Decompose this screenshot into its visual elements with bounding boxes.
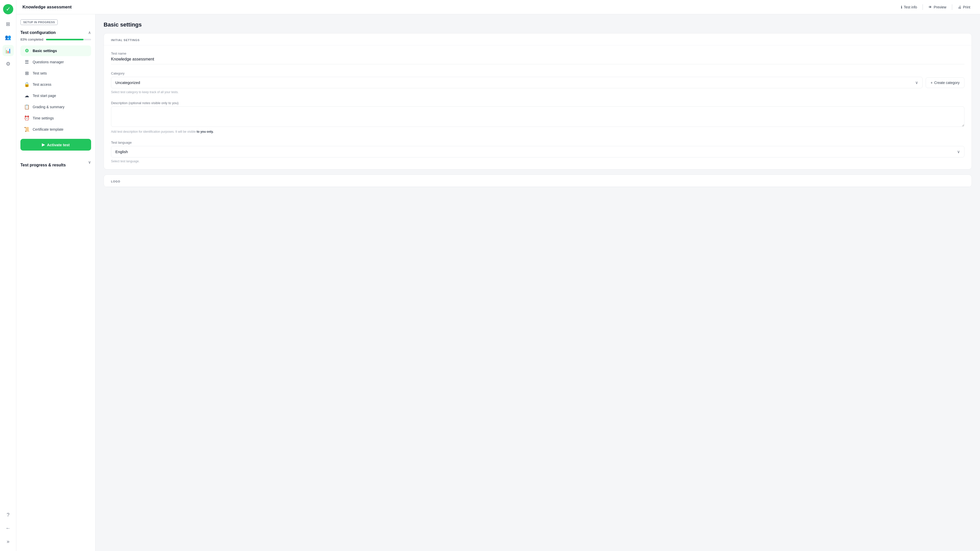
progress-bar-fill bbox=[46, 39, 83, 40]
category-value: Uncategorized bbox=[115, 80, 140, 85]
sidebar-item-certificate-template[interactable]: 📜 Certificate template bbox=[21, 124, 91, 135]
preview-button[interactable]: 👁 Preview bbox=[925, 3, 950, 11]
grid-nav-item[interactable]: ⊞ bbox=[3, 18, 14, 30]
language-group: Test language English ∨ Select test lang… bbox=[111, 141, 964, 163]
logo-card: LOGO bbox=[103, 175, 972, 187]
category-label: Category bbox=[111, 72, 964, 75]
language-hint: Select test language. bbox=[111, 159, 964, 163]
settings-body: Test name Knowledge assessment Category … bbox=[104, 45, 972, 169]
test-sets-icon: ⊞ bbox=[24, 70, 30, 76]
test-name-group: Test name Knowledge assessment bbox=[111, 51, 964, 64]
grading-summary-icon: 📋 bbox=[24, 104, 30, 110]
language-dropdown[interactable]: English ∨ bbox=[111, 146, 964, 158]
preview-icon: 👁 bbox=[928, 5, 932, 9]
sidebar: SETUP IN PROGRESS Test configuration ∧ 8… bbox=[16, 14, 95, 551]
app-logo[interactable]: ✓ bbox=[3, 4, 13, 14]
analytics-nav-item[interactable]: 📊 bbox=[3, 45, 14, 56]
test-info-button[interactable]: ℹ Test info bbox=[897, 3, 921, 11]
category-chevron-icon: ∨ bbox=[915, 80, 918, 85]
basic-settings-icon: ⚙ bbox=[24, 48, 30, 54]
config-section-header: Test configuration ∧ bbox=[21, 30, 91, 35]
top-header: Knowledge assessment ℹ Test info 👁 Previ… bbox=[16, 0, 980, 14]
language-label: Test language bbox=[111, 141, 964, 145]
test-start-page-icon: ☁ bbox=[24, 93, 30, 99]
logo-section-label: LOGO bbox=[104, 175, 972, 187]
initial-settings-card: INITIAL SETTINGS Test name Knowledge ass… bbox=[103, 33, 972, 169]
icon-nav-bottom: ? ← » bbox=[3, 509, 14, 547]
initial-settings-label: INITIAL SETTINGS bbox=[104, 33, 972, 45]
basic-settings-label: Basic settings bbox=[33, 49, 57, 53]
setup-badge: SETUP IN PROGRESS bbox=[21, 19, 58, 25]
sidebar-item-test-sets[interactable]: ⊞ Test sets bbox=[21, 68, 91, 79]
users-icon: 👥 bbox=[5, 34, 11, 40]
test-access-icon: 🔒 bbox=[24, 82, 30, 87]
main-content: Basic settings INITIAL SETTINGS Test nam… bbox=[95, 14, 980, 551]
back-icon: ← bbox=[6, 525, 11, 531]
progress-row: 83% completed bbox=[21, 38, 91, 41]
progress-bar-background bbox=[46, 39, 91, 40]
certificate-template-icon: 📜 bbox=[24, 127, 30, 132]
test-access-label: Test access bbox=[33, 83, 51, 86]
category-group: Category Uncategorized ∨ + Create catego… bbox=[111, 72, 964, 94]
test-sets-label: Test sets bbox=[33, 71, 47, 75]
results-section-header: Test progress & results ∨ bbox=[21, 157, 91, 167]
questions-manager-icon: ☰ bbox=[24, 59, 30, 65]
certificate-template-label: Certificate template bbox=[33, 127, 64, 131]
create-category-label: Create category bbox=[934, 81, 959, 85]
create-category-button[interactable]: + Create category bbox=[926, 77, 964, 88]
category-hint: Select test category to keep track of al… bbox=[111, 90, 964, 94]
description-textarea[interactable] bbox=[111, 107, 964, 127]
test-start-page-label: Test start page bbox=[33, 94, 56, 98]
test-name-value: Knowledge assessment bbox=[111, 57, 964, 64]
results-chevron-icon[interactable]: ∨ bbox=[88, 160, 91, 165]
config-section-title: Test configuration bbox=[21, 30, 56, 35]
category-dropdown[interactable]: Uncategorized ∨ bbox=[111, 77, 923, 88]
config-chevron-icon[interactable]: ∧ bbox=[88, 30, 91, 35]
category-dropdown-row: Uncategorized ∨ + Create category bbox=[111, 77, 964, 88]
time-settings-label: Time settings bbox=[33, 116, 54, 120]
page-header-title: Knowledge assessment bbox=[22, 5, 897, 10]
expand-icon: » bbox=[6, 538, 10, 545]
settings-nav-item[interactable]: ⚙ bbox=[3, 58, 14, 69]
time-settings-icon: ⏰ bbox=[24, 115, 30, 121]
results-section-title: Test progress & results bbox=[21, 163, 66, 167]
sidebar-item-grading-summary[interactable]: 📋 Grading & summary bbox=[21, 102, 91, 112]
header-actions: ℹ Test info 👁 Preview 🖨 Print bbox=[897, 3, 974, 11]
description-hint: Add test description for identification … bbox=[111, 130, 964, 134]
sidebar-item-time-settings[interactable]: ⏰ Time settings bbox=[21, 113, 91, 124]
logo-icon: ✓ bbox=[6, 6, 11, 13]
header-divider-2 bbox=[952, 4, 952, 10]
test-name-label: Test name bbox=[111, 51, 964, 56]
sidebar-item-questions-manager[interactable]: ☰ Questions manager bbox=[21, 57, 91, 67]
back-nav-item[interactable]: ← bbox=[3, 522, 14, 533]
language-value: English bbox=[115, 150, 128, 154]
icon-navigation: ✓ ⊞ 👥 📊 ⚙ ? ← » bbox=[0, 0, 16, 551]
description-label: Description (optional notes visible only… bbox=[111, 101, 964, 105]
sidebar-item-test-access[interactable]: 🔒 Test access bbox=[21, 79, 91, 90]
questions-manager-label: Questions manager bbox=[33, 60, 64, 64]
sidebar-item-basic-settings[interactable]: ⚙ Basic settings bbox=[21, 45, 91, 56]
print-button[interactable]: 🖨 Print bbox=[954, 3, 974, 11]
description-group: Description (optional notes visible only… bbox=[111, 101, 964, 134]
language-chevron-icon: ∨ bbox=[957, 149, 960, 154]
print-icon: 🖨 bbox=[958, 5, 961, 9]
analytics-icon: 📊 bbox=[5, 48, 11, 54]
activate-test-button[interactable]: ▶ Activate test bbox=[21, 139, 91, 151]
help-nav-item[interactable]: ? bbox=[3, 509, 14, 521]
content-area: SETUP IN PROGRESS Test configuration ∧ 8… bbox=[16, 14, 980, 551]
help-icon: ? bbox=[6, 512, 10, 518]
header-divider-1 bbox=[923, 4, 923, 10]
main-wrapper: Knowledge assessment ℹ Test info 👁 Previ… bbox=[16, 0, 980, 551]
progress-label: 83% completed bbox=[21, 38, 43, 41]
info-icon: ℹ bbox=[901, 5, 902, 9]
grid-icon: ⊞ bbox=[6, 21, 10, 27]
play-icon: ▶ bbox=[42, 142, 45, 147]
gear-icon: ⚙ bbox=[6, 61, 11, 67]
grading-summary-label: Grading & summary bbox=[33, 105, 64, 109]
expand-nav-item[interactable]: » bbox=[3, 536, 14, 547]
sidebar-item-test-start-page[interactable]: ☁ Test start page bbox=[21, 90, 91, 101]
plus-icon: + bbox=[931, 81, 932, 85]
page-title: Basic settings bbox=[103, 21, 972, 28]
users-nav-item[interactable]: 👥 bbox=[3, 32, 14, 43]
